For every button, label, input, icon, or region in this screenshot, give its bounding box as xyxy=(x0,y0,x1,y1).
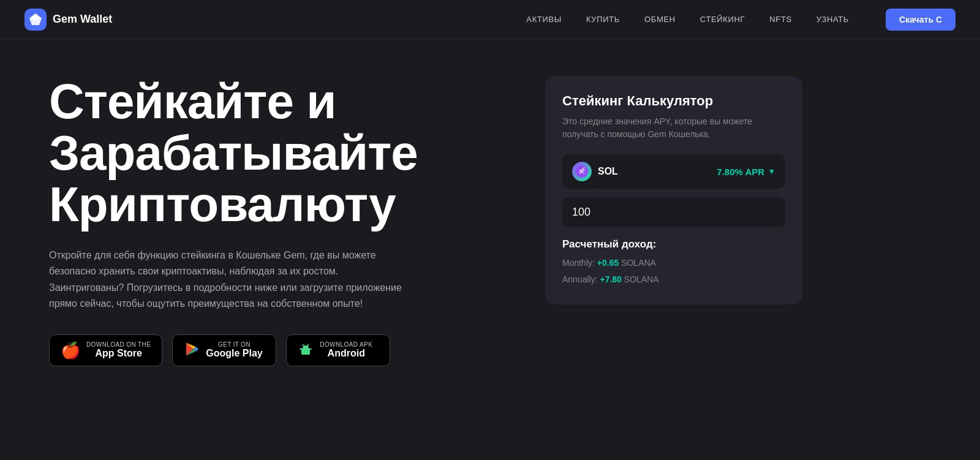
monthly-value: +0.65 xyxy=(597,258,619,268)
dropdown-arrow-icon: ▼ xyxy=(768,167,775,176)
apr-text: 7.80% APR xyxy=(717,167,764,177)
result-title: Расчетный доход: xyxy=(562,238,785,251)
hero-description: Откройте для себя функцию стейкинга в Ко… xyxy=(49,247,404,312)
app-store-text: Download on the App Store xyxy=(86,341,151,359)
svg-point-3 xyxy=(303,346,304,347)
google-play-text: GET IT ON Google Play xyxy=(206,341,262,359)
android-sub-label: DOWNLOAD APK xyxy=(320,341,372,348)
nav-item-staking[interactable]: СТЕЙКИНГ xyxy=(700,15,745,24)
coin-apr-value: 7.80% APR ▼ xyxy=(717,167,775,177)
nav-item-assets[interactable]: АКТИВЫ xyxy=(526,15,562,24)
sol-coin-icon xyxy=(572,162,592,181)
hero-title: Стейкайте и Зарабатывайте Криптовалюту xyxy=(49,76,508,230)
coin-info: SOL xyxy=(572,162,618,181)
main-content: Стейкайте и Зарабатывайте Криптовалюту О… xyxy=(0,39,980,391)
right-section: Стейкинг Калькулятор Это средние значени… xyxy=(545,76,802,304)
nav-item-buy[interactable]: КУПИТЬ xyxy=(586,15,620,24)
android-apk-button[interactable]: DOWNLOAD APK Android xyxy=(286,334,390,366)
monthly-currency: SOLANA xyxy=(621,258,656,268)
svg-line-8 xyxy=(307,344,309,345)
android-icon xyxy=(298,341,314,360)
android-main-label: Android xyxy=(320,348,372,359)
navbar: Gem Wallet АКТИВЫ КУПИТЬ ОБМЕН СТЕЙКИНГ … xyxy=(0,0,980,39)
logo-label: Gem Wallet xyxy=(53,13,112,26)
monthly-label: Monthly: xyxy=(562,258,595,268)
result-section: Расчетный доход: Monthly: +0.65 SOLANA A… xyxy=(562,238,785,286)
nav-item-exchange[interactable]: ОБМЕН xyxy=(644,15,676,24)
coin-name: SOL xyxy=(598,166,618,177)
annually-label: Annually: xyxy=(562,274,598,284)
coin-selector-row[interactable]: SOL 7.80% APR ▼ xyxy=(562,154,785,189)
nav-item-learn[interactable]: УЗНАТЬ xyxy=(816,15,849,24)
annually-currency: SOLANA xyxy=(624,274,659,284)
nav-links: АКТИВЫ КУПИТЬ ОБМЕН СТЕЙКИНГ NFTS УЗНАТЬ xyxy=(526,15,849,24)
download-cta-button[interactable]: Скачать С xyxy=(886,9,956,31)
monthly-result-row: Monthly: +0.65 SOLANA xyxy=(562,257,785,270)
svg-line-7 xyxy=(303,344,304,345)
annually-value: +7.80 xyxy=(600,274,621,284)
google-play-main-label: Google Play xyxy=(206,348,262,359)
annually-result-row: Annually: +7.80 SOLANA xyxy=(562,273,785,286)
calculator-subtitle: Это средние значения APY, которые вы мож… xyxy=(562,115,785,141)
logo-icon xyxy=(24,9,47,31)
app-store-main-label: App Store xyxy=(86,348,151,359)
apple-icon: 🍎 xyxy=(61,342,80,358)
android-apk-text: DOWNLOAD APK Android xyxy=(320,341,372,359)
amount-input-row[interactable]: 100 xyxy=(562,197,785,227)
google-play-sub-label: GET IT ON xyxy=(206,341,262,348)
download-buttons-container: 🍎 Download on the App Store xyxy=(49,334,508,366)
nav-item-nfts[interactable]: NFTS xyxy=(769,15,792,24)
app-store-sub-label: Download on the xyxy=(86,341,151,348)
calculator-card: Стейкинг Калькулятор Это средние значени… xyxy=(545,76,802,304)
app-store-button[interactable]: 🍎 Download on the App Store xyxy=(49,334,162,366)
logo-area[interactable]: Gem Wallet xyxy=(24,9,112,31)
left-section: Стейкайте и Зарабатывайте Криптовалюту О… xyxy=(49,76,508,366)
amount-input-value[interactable]: 100 xyxy=(572,206,590,218)
calculator-title: Стейкинг Калькулятор xyxy=(562,93,785,109)
google-play-button[interactable]: GET IT ON Google Play xyxy=(172,334,276,366)
svg-point-4 xyxy=(307,346,308,347)
google-play-icon xyxy=(184,341,200,360)
